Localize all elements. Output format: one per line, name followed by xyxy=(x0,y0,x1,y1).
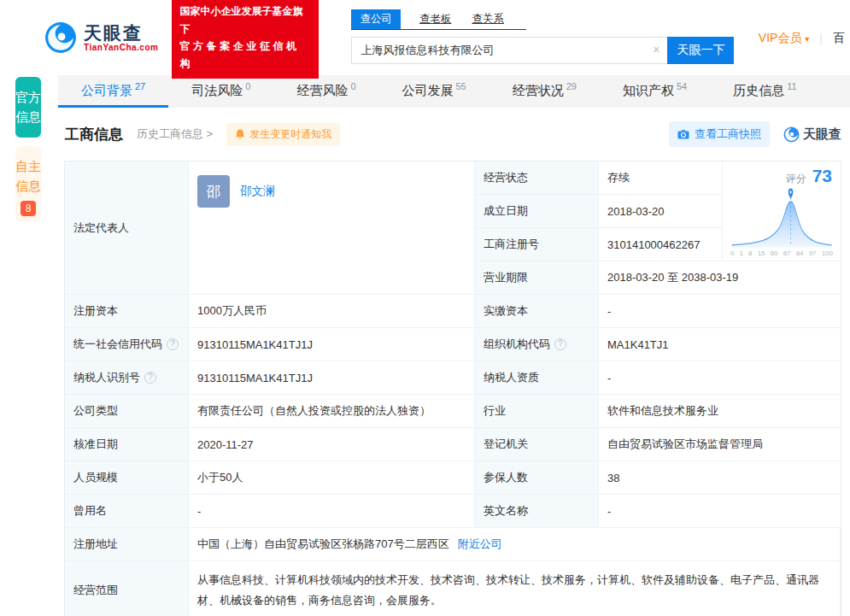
tab-history-info[interactable]: 历史信息11 xyxy=(710,75,819,108)
tab-operation-status[interactable]: 经营状况29 xyxy=(489,75,600,108)
vip-member-link[interactable]: VIP会员 ▾ xyxy=(759,31,810,46)
field-value: - xyxy=(599,361,841,395)
field-label: 曾用名 xyxy=(65,495,189,528)
field-label: 英文名称 xyxy=(475,495,599,528)
search-input[interactable] xyxy=(351,37,667,64)
field-label: 人员规模 xyxy=(65,461,189,495)
field-value: 1000万人民币 xyxy=(189,295,475,328)
tab-company-development[interactable]: 公司发展55 xyxy=(379,75,489,108)
help-icon[interactable]: ? xyxy=(167,338,179,350)
search-tab-boss[interactable]: 查老板 xyxy=(418,9,454,29)
logo-en: TianYanCha.com xyxy=(84,43,158,52)
legal-rep-cell: 邵 邵文澜 xyxy=(189,161,475,295)
field-value: - xyxy=(599,495,841,528)
history-business-info-link[interactable]: 历史工商信息 > xyxy=(137,126,213,142)
search-tab-relation[interactable]: 查关系 xyxy=(470,9,506,29)
field-value: 小于50人 xyxy=(189,461,475,495)
company-nav-tabs: 公司背景27 司法风险0 经营风险0 公司发展55 经营状况29 知识产权54 … xyxy=(58,75,850,108)
side-tab-self-info[interactable]: 自主信息 8 xyxy=(15,146,41,222)
field-label-registration-no: 工商注册号 xyxy=(475,228,599,261)
field-value: 38 xyxy=(599,461,841,495)
gov-badge-line1: 国家中小企业发展子基金旗下 xyxy=(179,3,311,38)
field-value: - xyxy=(189,495,475,528)
view-snapshot-label: 查看工商快照 xyxy=(695,126,761,142)
legal-rep-avatar[interactable]: 邵 xyxy=(197,175,230,208)
field-label: 核准日期 xyxy=(65,428,189,461)
gov-certification-badge: 国家中小企业发展子基金旗下 官方备案企业征信机构 xyxy=(172,0,319,79)
table-row: 核准日期 2020-11-27 登记机关 自由贸易试验区市场监督管理局 xyxy=(65,428,841,461)
field-label: 公司类型 xyxy=(65,395,189,428)
tianyancha-logo-icon xyxy=(44,21,77,54)
field-label: 纳税人资质 xyxy=(475,361,599,395)
clear-search-icon[interactable]: × xyxy=(653,43,659,56)
tab-operation-risk[interactable]: 经营风险0 xyxy=(273,75,378,108)
tab-intellectual-property[interactable]: 知识产权54 xyxy=(600,75,710,108)
nearby-companies-link[interactable]: 附近公司 xyxy=(458,537,502,552)
score-axis-labels: 0181560678497100 xyxy=(730,249,834,258)
field-label-legal-rep: 法定代表人 xyxy=(65,161,189,295)
table-row: 公司类型 有限责任公司（自然人投资或控股的法人独资） 行业 软件和信息技术服务业 xyxy=(65,395,841,428)
tianyancha-company-page: 天眼查 TianYanCha.com 国家中小企业发展子基金旗下 官方备案企业征… xyxy=(0,0,850,616)
table-row-address: 注册地址 中国（上海）自由贸易试验区张杨路707号二层西区 附近公司 xyxy=(65,528,841,561)
change-notify-button[interactable]: 发生变更时通知我 xyxy=(226,123,340,146)
count-badge: 8 xyxy=(21,201,36,216)
field-label: 实缴资本 xyxy=(475,295,599,328)
site-logo[interactable]: 天眼查 TianYanCha.com xyxy=(44,21,158,54)
gov-badge-line2: 官方备案企业征信机构 xyxy=(179,38,311,73)
field-label-business-term: 营业期限 xyxy=(475,261,599,295)
field-label: 统一社会信用代码 ? xyxy=(65,328,189,361)
score-value: 73 xyxy=(812,166,832,186)
field-label: 组织机构代码 ? xyxy=(475,328,599,361)
help-icon[interactable]: ? xyxy=(554,338,566,350)
tab-judicial-risk[interactable]: 司法风险0 xyxy=(168,75,273,108)
field-value: 91310115MA1K41TJ1J xyxy=(189,361,475,395)
watermark-logo: 天眼查 xyxy=(783,126,841,143)
search-tab-company[interactable]: 查公司 xyxy=(351,9,401,29)
field-value-status: 存续 xyxy=(599,161,723,195)
side-tab-official-info[interactable]: 官方信息 xyxy=(15,77,41,138)
status-subtable: 经营状态 存续 评分 73 xyxy=(475,161,841,295)
top-bar: 天眼查 TianYanCha.com 国家中小企业发展子基金旗下 官方备案企业征… xyxy=(0,0,850,75)
field-value: 软件和信息技术服务业 xyxy=(599,395,841,428)
top-right-menu: VIP会员 ▾ | 百 xyxy=(759,31,845,46)
search-button[interactable]: 天眼一下 xyxy=(667,37,734,64)
search-tabs: 查公司 查老板 查关系 xyxy=(351,9,526,30)
view-snapshot-button[interactable]: 查看工商快照 xyxy=(669,121,770,147)
field-label-address: 注册地址 xyxy=(65,528,189,561)
left-vertical-tabs: 官方信息 自主信息 8 xyxy=(0,75,58,616)
tab-company-background[interactable]: 公司背景27 xyxy=(58,75,168,108)
toolbox-link[interactable]: 百 xyxy=(833,31,845,46)
watermark-text: 天眼查 xyxy=(803,126,841,143)
field-value-business-term: 2018-03-20 至 2038-03-19 xyxy=(599,261,841,295)
field-label: 参保人数 xyxy=(475,461,599,495)
search-row: × 天眼一下 xyxy=(351,37,734,64)
logo-cn: 天眼查 xyxy=(84,23,158,43)
table-row-legal-rep: 法定代表人 邵 邵文澜 经营状态 存续 评分 73 xyxy=(65,161,841,295)
table-row: 注册资本 1000万人民币 实缴资本 - xyxy=(65,295,841,328)
field-value-address: 中国（上海）自由贸易试验区张杨路707号二层西区 附近公司 xyxy=(189,528,841,561)
field-value: MA1K41TJ1 xyxy=(599,328,841,361)
divider: | xyxy=(819,32,823,45)
company-score-panel[interactable]: 评分 73 xyxy=(723,161,841,261)
help-icon[interactable]: ? xyxy=(144,372,156,384)
table-row: 纳税人识别号 ? 91310115MA1K41TJ1J 纳税人资质 - xyxy=(65,361,841,395)
field-value-business-scope: 从事信息科技、计算机科技领域内的技术开发、技术咨询、技术转让、技术服务，计算机、… xyxy=(189,561,841,616)
legal-rep-name-link[interactable]: 邵文澜 xyxy=(240,184,275,199)
field-label-business-scope: 经营范围 xyxy=(65,561,189,616)
field-value: 2020-11-27 xyxy=(189,428,475,461)
field-value: 自由贸易试验区市场监督管理局 xyxy=(599,428,841,461)
table-row: 人员规模 小于50人 参保人数 38 xyxy=(65,461,841,495)
bell-icon xyxy=(235,129,245,140)
table-row: 曾用名 - 英文名称 - xyxy=(65,495,841,528)
table-row-business-scope: 经营范围 从事信息科技、计算机科技领域内的技术开发、技术咨询、技术转让、技术服务… xyxy=(65,561,841,616)
score-label: 评分 xyxy=(786,172,806,186)
search-area: 查公司 查老板 查关系 × 天眼一下 xyxy=(351,9,734,64)
field-value: - xyxy=(599,295,841,328)
section-header: 工商信息 历史工商信息 > 发生变更时通知我 查看工商快照 天眼查 xyxy=(58,108,850,158)
table-row: 统一社会信用代码 ? 91310115MA1K41TJ1J 组织机构代码 ? M… xyxy=(65,328,841,361)
business-info-table: 法定代表人 邵 邵文澜 经营状态 存续 评分 73 xyxy=(64,161,841,616)
score-distribution-chart xyxy=(730,187,834,249)
field-label: 登记机关 xyxy=(475,428,599,461)
field-label-status: 经营状态 xyxy=(475,161,599,195)
field-value-founded-date: 2018-03-20 xyxy=(599,195,723,228)
